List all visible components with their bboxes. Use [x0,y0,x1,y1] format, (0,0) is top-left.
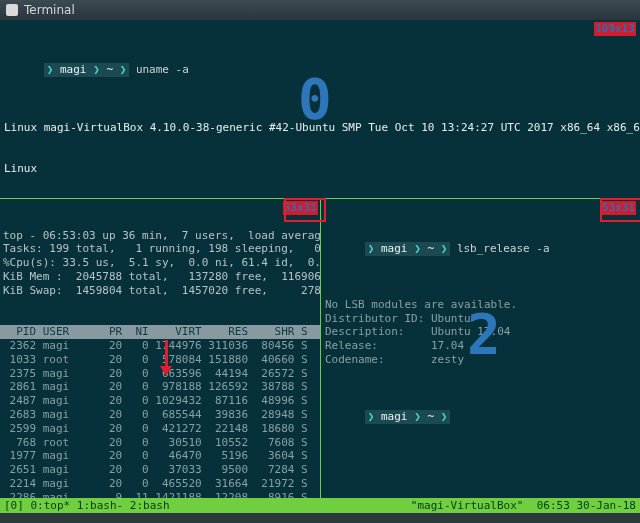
session-indicator: [0] [4,498,24,513]
prompt-segment: ❯ magi ❯ ~ ❯ [365,242,451,256]
pane-size-label: 109x13 [594,22,636,36]
window-title: Terminal [24,3,75,17]
process-row: 2651 magi 20 0 37033 9500 7284 S 0.3 [0,463,320,477]
prompt-segment: ❯ magi ❯ ~ ❯ [365,410,451,424]
process-row: 768 root 20 0 30510 10552 7608 S 0.3 [0,436,320,450]
process-row: 1033 root 20 0 578084 151880 40660 S 13.… [0,353,320,367]
pane-right[interactable]: ❯ magi ❯ ~ ❯ lsb_release -a No LSB modul… [321,199,640,498]
process-row: 2362 magi 20 0 1744976 311036 80456 S 55… [0,339,320,353]
pane-number: 2 [467,327,501,341]
process-row: 1977 magi 20 0 46470 5196 3604 S 0.3 [0,449,320,463]
pane-number: 0 [298,92,332,106]
pane-size-label: 53x31 [283,201,318,215]
app-icon [6,4,18,16]
window-titlebar: Terminal [0,0,640,21]
tmux-statusbar[interactable]: [0] 0:top* 1:bash- 2:bash "magi-VirtualB… [0,498,640,513]
prompt-segment: ❯ magi ❯ ~ ❯ [44,63,130,77]
process-row: 2487 magi 20 0 1029432 87116 48996 S 1.7 [0,394,320,408]
top-summary-line: KiB Mem : 2045788 total, 137280 free, 11… [3,270,317,284]
status-clock: 06:53 30-Jan-18 [537,499,636,512]
tmux-area: ❯ magi ❯ ~ ❯ uname -a Linux magi-Virtual… [0,20,640,513]
process-row: 2375 magi 20 0 663596 44194 26572 S 3.7 [0,367,320,381]
process-row: 2214 magi 20 0 465520 31664 21972 S 0.3 [0,477,320,491]
command-text: uname -a [136,63,189,76]
window-list[interactable]: 0:top* 1:bash- 2:bash [31,498,170,513]
top-summary-line: KiB Swap: 1459804 total, 1457020 free, 2… [3,284,317,298]
pane-left[interactable]: top - 06:53:03 up 36 min, 7 users, load … [0,199,320,498]
top-summary-line: Tasks: 199 total, 1 running, 198 sleepin… [3,242,317,256]
command-text: lsb_release -a [457,242,550,255]
top-header: PID USER PR NI VIRT RES SHR S %CPU [0,325,320,339]
process-row: 2683 magi 20 0 685544 39836 28948 S 1.0 [0,408,320,422]
process-row: 2861 magi 20 0 978188 126592 38788 S 2.7 [0,380,320,394]
process-row: 2599 magi 20 0 421272 22148 18680 S 0.7 [0,422,320,436]
top-summary-line: top - 06:53:03 up 36 min, 7 users, load … [3,229,317,243]
top-summary-line: %Cpu(s): 33.5 us, 5.1 sy, 0.0 ni, 61.4 i… [3,256,317,270]
process-row: 2286 magi 9 -11 1421188 12208 8916 S 0.3 [0,491,320,498]
pane-top[interactable]: ❯ magi ❯ ~ ❯ uname -a Linux magi-Virtual… [0,20,640,198]
output-line: Linux [0,162,640,176]
pane-size-label: 53x31 [601,201,636,215]
status-host: "magi-VirtualBox" [411,499,524,512]
